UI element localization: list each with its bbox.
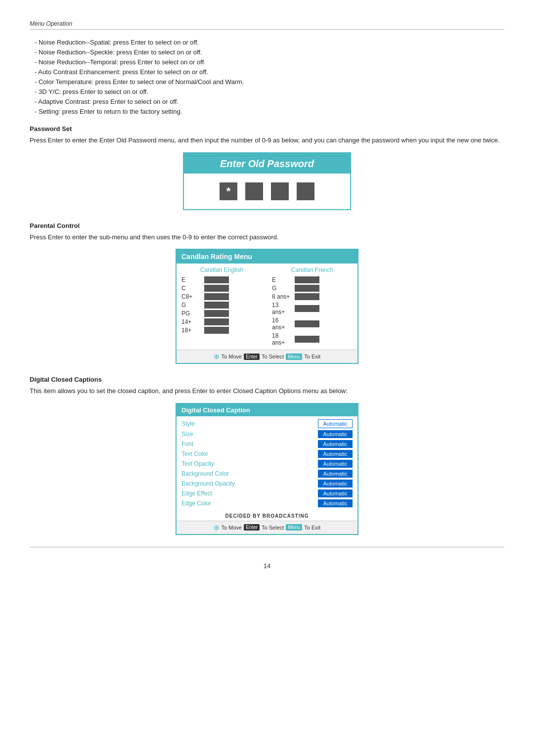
- move-icon: ⊕: [214, 353, 220, 360]
- bullet-list: - Noise Reduction--Spatial: press Enter …: [30, 39, 504, 115]
- dcc-label-bg-color: Background Color: [181, 470, 229, 477]
- dcc-value-bg-opacity: Automatic: [318, 480, 353, 488]
- rating-col-french: Candlan French E G 8 ans+ 13 ans+: [272, 267, 353, 348]
- col1-header: Candlan English: [181, 267, 262, 273]
- rating-label: 18 ans+: [272, 332, 292, 346]
- dcc-row-edge-effect: Edge Effect Automatic: [177, 489, 357, 498]
- rating-row: C8+: [181, 293, 262, 300]
- dcc-decided-label: DECIDED BY BROADCASTING: [177, 510, 357, 521]
- dcc-move-label: To Move: [222, 525, 242, 531]
- rating-label: 18+: [181, 327, 201, 334]
- password-box-title: Enter Old Password: [184, 153, 350, 174]
- enter-button[interactable]: Enter: [244, 354, 260, 360]
- dcc-row-edge-color: Edge Color Automatic: [177, 498, 357, 508]
- dcc-label-edge-color: Edge Color: [181, 500, 211, 507]
- rating-row: 14+: [181, 318, 262, 325]
- password-inputs: *: [184, 174, 350, 209]
- dcc-box-container: Digital Closed Caption Style Automatic S…: [30, 403, 504, 535]
- rating-row: 13 ans+: [272, 302, 353, 315]
- dcc-box: Digital Closed Caption Style Automatic S…: [176, 403, 358, 535]
- rating-bar: [204, 318, 229, 325]
- rating-label: 16 ans+: [272, 317, 292, 331]
- list-item: - Noise Reduction--Speckle: press Enter …: [30, 48, 504, 56]
- rating-bar: [295, 293, 319, 300]
- dcc-label-text-opacity: Text Opacity: [181, 460, 214, 467]
- rating-row: E: [272, 276, 353, 283]
- dcc-label-edge-effect: Edge Effect: [181, 490, 212, 497]
- rating-footer: ⊕ To Move Enter To Select Menu To Exit: [177, 350, 357, 363]
- rating-label: PG: [181, 310, 201, 317]
- rating-bar: [295, 320, 319, 327]
- password-set-desc: Press Enter to enter the Enter Old Passw…: [30, 135, 504, 145]
- pwd-cell-1: *: [220, 182, 237, 200]
- rating-bar: [204, 302, 229, 309]
- list-item: - 3D Y/C: press Enter to select on or of…: [30, 88, 504, 95]
- list-item: - Noise Reduction--Spatial: press Enter …: [30, 39, 504, 46]
- exit-label: To Exit: [304, 354, 320, 359]
- rating-label: 14+: [181, 318, 201, 325]
- rating-row: G: [272, 285, 353, 292]
- dcc-move-icon: ⊕: [214, 524, 220, 532]
- rating-bar: [295, 305, 319, 312]
- move-label: To Move: [222, 354, 242, 359]
- pwd-cell-4: [297, 182, 314, 200]
- rating-row: E: [181, 276, 262, 283]
- dcc-row-text-opacity: Text Opacity Automatic: [177, 459, 357, 469]
- dcc-rows: Style Automatic Size Automatic Font Auto…: [177, 416, 357, 510]
- parental-control-desc: Press Enter to enter the sub-menu and th…: [30, 232, 504, 242]
- dcc-exit-label: To Exit: [304, 525, 320, 531]
- rating-col-english: Candlan English E C C8+ G: [181, 267, 262, 348]
- rating-box-container: Candlan Rating Menu Candlan English E C …: [30, 249, 504, 364]
- pwd-cell-2: [245, 182, 263, 200]
- rating-label: E: [272, 276, 292, 283]
- rating-label: E: [181, 276, 201, 283]
- rating-label: C8+: [181, 293, 201, 300]
- page-number: 14: [30, 562, 504, 570]
- dcc-row-size: Size Automatic: [177, 429, 357, 439]
- dcc-row-bg-color: Background Color Automatic: [177, 469, 357, 479]
- list-item: - Adaptive Contrast: press Enter to sele…: [30, 98, 504, 105]
- password-box-container: Enter Old Password *: [30, 152, 504, 210]
- bottom-divider: [30, 547, 504, 547]
- password-set-title: Password Set: [30, 125, 504, 133]
- rating-row: G: [181, 302, 262, 309]
- rating-menu-title: Candlan Rating Menu: [177, 250, 357, 264]
- dcc-value-edge-effect: Automatic: [318, 489, 353, 497]
- dcc-label-text-color: Text Color: [181, 450, 208, 457]
- rating-row: 8 ans+: [272, 293, 353, 300]
- rating-row: PG: [181, 310, 262, 317]
- parental-control-title: Parental Control: [30, 222, 504, 229]
- rating-row: 18 ans+: [272, 332, 353, 346]
- dcc-menu-button[interactable]: Menu: [286, 524, 302, 531]
- dcc-label-style: Style: [181, 420, 195, 427]
- dcc-menu-title: Digital Closed Caption: [177, 404, 357, 416]
- rating-columns: Candlan English E C C8+ G: [177, 264, 357, 350]
- password-box: Enter Old Password *: [183, 152, 351, 210]
- dcc-section-title: Digital Closed Captions: [30, 376, 504, 383]
- dcc-enter-button[interactable]: Enter: [244, 524, 260, 531]
- rating-label: C: [181, 285, 201, 292]
- rating-bar: [295, 336, 319, 343]
- rating-label: 13 ans+: [272, 302, 292, 315]
- menu-button[interactable]: Menu: [286, 354, 302, 360]
- dcc-row-bg-opacity: Background Opacity Automatic: [177, 479, 357, 489]
- rating-bar: [204, 285, 229, 292]
- list-item: - Color Temperature: press Enter to sele…: [30, 78, 504, 86]
- rating-label: 8 ans+: [272, 293, 292, 300]
- rating-bar: [295, 276, 319, 283]
- rating-bar: [295, 285, 319, 292]
- rating-label: G: [181, 302, 201, 309]
- dcc-label-font: Font: [181, 441, 193, 447]
- rating-bar: [204, 327, 229, 334]
- rating-bar: [204, 293, 229, 300]
- rating-row: 18+: [181, 327, 262, 334]
- dcc-row-style: Style Automatic: [177, 418, 357, 429]
- rating-label: G: [272, 285, 292, 292]
- list-item: - Auto Contrast Enhancement: press Enter…: [30, 68, 504, 76]
- list-item: - Setting: press Enter to return to the …: [30, 108, 504, 115]
- dcc-value-text-color: Automatic: [318, 450, 353, 458]
- dcc-select-label: To Select: [262, 525, 284, 531]
- dcc-value-edge-color: Automatic: [318, 499, 353, 507]
- rating-box: Candlan Rating Menu Candlan English E C …: [176, 249, 358, 364]
- rating-bar: [204, 310, 229, 317]
